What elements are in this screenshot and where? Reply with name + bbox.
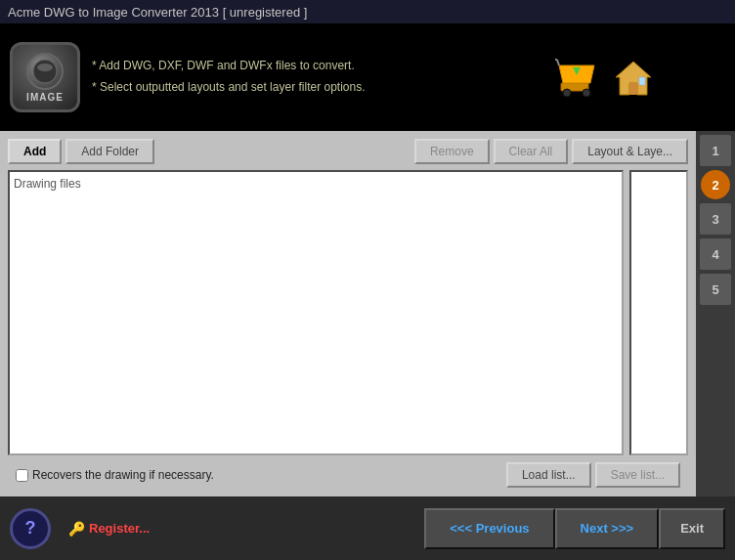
clear-all-button[interactable]: Clear All (494, 139, 569, 164)
recover-checkbox-label[interactable]: Recovers the drawing if necessary. (16, 468, 214, 482)
help-button[interactable]: ? (10, 508, 51, 549)
svg-rect-11 (639, 77, 645, 85)
buy-icon[interactable] (553, 54, 600, 101)
step-2-active[interactable]: 2 (701, 170, 730, 199)
step-3[interactable]: 3 (700, 203, 731, 235)
app-logo: IMAGE (10, 42, 80, 112)
step-1[interactable]: 1 (700, 135, 731, 166)
svg-point-1 (37, 64, 53, 71)
info-panel (629, 170, 688, 455)
load-list-button[interactable]: Load list... (506, 462, 591, 488)
steps-sidebar: 1 2 3 4 5 (696, 131, 735, 496)
svg-point-4 (563, 89, 571, 97)
file-list-container: Drawing files (8, 170, 688, 455)
svg-rect-10 (629, 83, 637, 95)
layout-button[interactable]: Layout & Laye... (572, 139, 688, 164)
footer: ? 🔑 Register... <<< Previous Next >>> Ex… (0, 496, 735, 560)
footer-nav: <<< Previous Next >>> Exit (424, 508, 725, 549)
exit-button[interactable]: Exit (659, 508, 725, 549)
recover-checkbox[interactable] (16, 469, 28, 482)
header: IMAGE * Add DWG, DXF, DWF and DWFx files… (0, 23, 735, 131)
help-symbol: ? (25, 518, 36, 538)
step-4[interactable]: 4 (700, 238, 731, 270)
remove-button[interactable]: Remove (414, 139, 490, 164)
svg-point-5 (583, 89, 590, 97)
logo-label: IMAGE (26, 92, 64, 103)
register-button[interactable]: 🔑 Register... (59, 515, 159, 542)
header-icons (553, 54, 657, 101)
title-text: Acme DWG to Image Converter 2013 [ unreg… (8, 5, 307, 20)
svg-line-6 (557, 60, 559, 65)
recover-label: Recovers the drawing if necessary. (32, 468, 214, 482)
save-list-button[interactable]: Save list... (595, 462, 680, 488)
next-button[interactable]: Next >>> (555, 508, 660, 549)
home-icon[interactable] (610, 54, 657, 101)
add-button[interactable]: Add (8, 139, 62, 164)
add-folder-button[interactable]: Add Folder (65, 139, 154, 164)
content-area: Add Add Folder Remove Clear All Layout &… (0, 131, 696, 496)
title-bar: Acme DWG to Image Converter 2013 [ unreg… (0, 0, 735, 23)
logo-circle (26, 53, 64, 90)
file-list: Drawing files (8, 170, 624, 455)
step-5[interactable]: 5 (700, 274, 731, 305)
file-list-label: Drawing files (14, 177, 81, 191)
toolbar: Add Add Folder Remove Clear All Layout &… (8, 139, 688, 164)
previous-button[interactable]: <<< Previous (424, 508, 554, 549)
status-bar: Recovers the drawing if necessary. Load … (8, 461, 688, 489)
register-label: Register... (89, 521, 150, 536)
main-content: Add Add Folder Remove Clear All Layout &… (0, 131, 735, 496)
key-icon: 🔑 (68, 521, 85, 537)
list-buttons: Load list... Save list... (506, 462, 680, 488)
